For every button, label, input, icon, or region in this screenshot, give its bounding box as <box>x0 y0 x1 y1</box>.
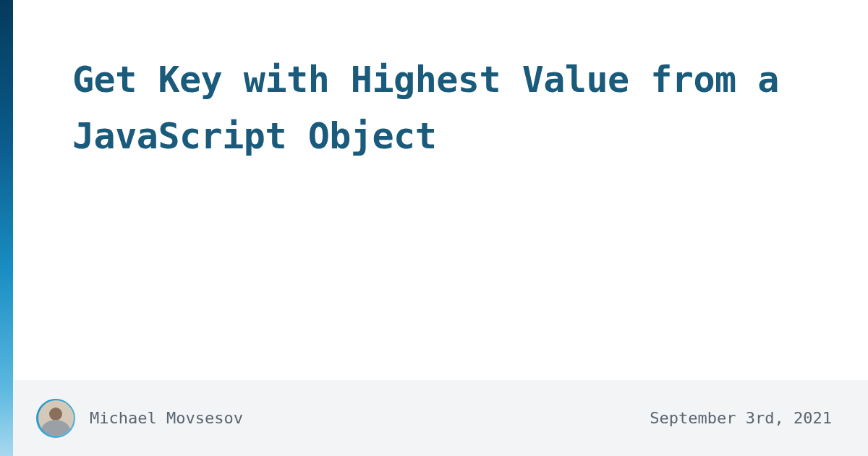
accent-bar <box>0 0 13 456</box>
page-title: Get Key with Highest Value from a JavaSc… <box>72 52 809 164</box>
title-area: Get Key with Highest Value from a JavaSc… <box>13 0 868 380</box>
publish-date: September 3rd, 2021 <box>650 409 832 427</box>
avatar-ring <box>36 399 75 438</box>
author-block: Michael Movsesov <box>36 399 243 438</box>
avatar <box>38 400 74 436</box>
footer-bar: Michael Movsesov September 3rd, 2021 <box>13 380 868 456</box>
author-name: Michael Movsesov <box>90 409 243 427</box>
content-container: Get Key with Highest Value from a JavaSc… <box>13 0 868 456</box>
